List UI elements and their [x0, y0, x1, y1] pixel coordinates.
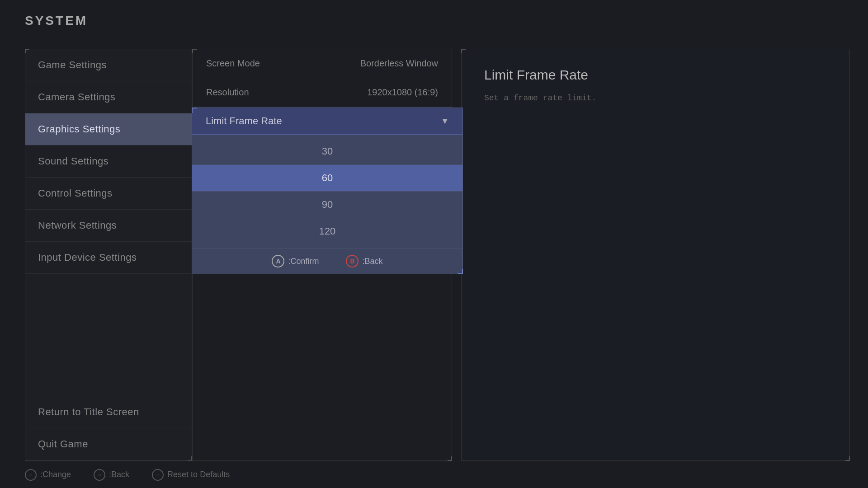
sidebar-item-input-device-settings[interactable]: Input Device Settings: [25, 242, 192, 274]
back-bottom-label: :Back: [109, 470, 129, 479]
sidebar-item-graphics-settings[interactable]: Graphics Settings: [25, 113, 192, 145]
sidebar-item-sound-settings[interactable]: Sound Settings: [25, 145, 192, 178]
back-label: :Back: [362, 257, 382, 266]
right-panel: Limit Frame Rate Set a frame rate limit.: [461, 49, 850, 461]
screen-mode-value: Borderless Window: [360, 58, 438, 69]
resolution-row[interactable]: Resolution 868x488 (16:9): [193, 78, 452, 107]
sidebar: Game Settings Camera Settings Graphics S…: [25, 49, 192, 461]
reset-label: Reset to Defaults: [167, 470, 230, 479]
reset-icon: ○: [152, 469, 164, 481]
change-hint: ○ :Change: [25, 469, 71, 481]
dropdown-option-30[interactable]: 30: [192, 138, 462, 165]
sidebar-item-game-settings[interactable]: Game Settings: [25, 49, 192, 81]
reset-hint: ○ Reset to Defaults: [152, 469, 230, 481]
back-hint: B :Back: [346, 255, 382, 267]
dropdown-footer: A :Confirm B :Back: [192, 248, 462, 274]
sidebar-item-control-settings[interactable]: Control Settings: [25, 178, 192, 210]
sidebar-item-quit-game[interactable]: Quit Game: [25, 428, 192, 460]
change-icon: ○: [25, 469, 37, 481]
dropdown-option-60[interactable]: 60: [192, 165, 462, 192]
back-bottom-icon: ○: [94, 469, 105, 481]
dropdown-modal: Limit Frame Rate ▼ 30 60 90 120 A :Confi…: [192, 108, 463, 274]
dropdown-header: Limit Frame Rate ▼: [192, 108, 462, 135]
dropdown-option-120[interactable]: 120: [192, 218, 462, 244]
confirm-button-icon: A: [272, 255, 284, 267]
sidebar-item-network-settings[interactable]: Network Settings: [25, 210, 192, 242]
back-button-icon: B: [346, 255, 359, 267]
dropdown-arrow-icon: ▼: [441, 117, 449, 126]
sidebar-bottom: Return to Title Screen Quit Game: [25, 396, 192, 460]
system-title: SYSTEM: [25, 14, 88, 28]
back-bottom-hint: ○ :Back: [94, 469, 129, 481]
resolution-value: 868x488 (16:9): [367, 87, 438, 98]
change-label: :Change: [40, 470, 71, 479]
dropdown-option-90[interactable]: 90: [192, 192, 462, 218]
resolution-label: Resolution: [206, 87, 249, 98]
sidebar-item-return-title[interactable]: Return to Title Screen: [25, 396, 192, 428]
screen-mode-label: Screen Mode: [206, 58, 260, 69]
screen-mode-row[interactable]: Screen Mode Borderless Window: [193, 49, 452, 78]
dropdown-options: 30 60 90 120: [192, 135, 462, 248]
sidebar-item-camera-settings[interactable]: Camera Settings: [25, 81, 192, 113]
confirm-label: :Confirm: [288, 257, 319, 266]
right-panel-title: Limit Frame Rate: [484, 67, 827, 83]
right-panel-description: Set a frame rate limit.: [484, 92, 827, 105]
bottom-bar: ○ :Change ○ :Back ○ Reset to Defaults: [25, 461, 850, 488]
dropdown-title: Limit Frame Rate: [206, 115, 282, 127]
confirm-hint: A :Confirm: [272, 255, 319, 267]
